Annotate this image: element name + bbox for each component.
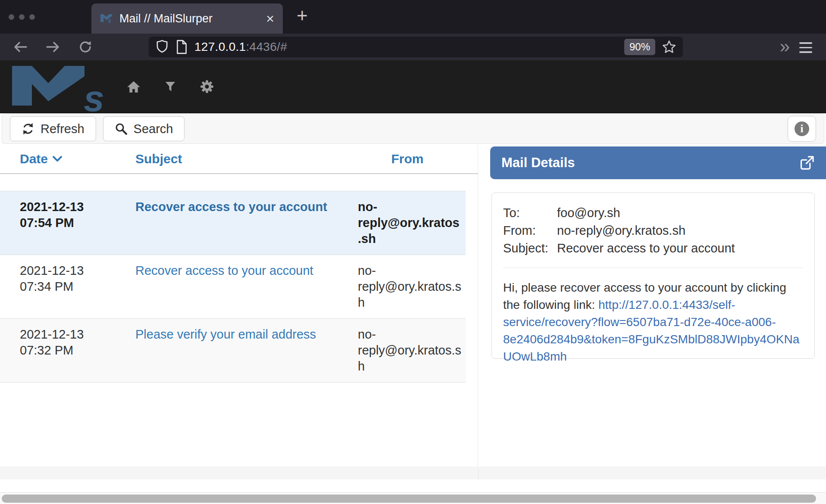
mail-subject-link[interactable]: Please verify your email address	[135, 327, 316, 341]
divider	[503, 268, 803, 268]
shield-icon[interactable]	[156, 40, 169, 54]
favicon-mailslurper-icon: s	[100, 14, 113, 23]
from-label: From:	[503, 222, 557, 240]
footer-strip	[0, 468, 826, 479]
mail-date: 2021-12-13 07:54 PM	[0, 199, 121, 247]
new-tab-button[interactable]: +	[297, 5, 308, 26]
from-value: no-reply@ory.kratos.sh	[557, 222, 803, 240]
url-bar[interactable]: 127.0.0.1:4436/# 90%	[149, 37, 683, 57]
mail-row-selected[interactable]: 2021-12-13 07:54 PM Recover access to yo…	[0, 191, 466, 255]
mail-details-title: Mail Details	[501, 155, 799, 171]
search-label: Search	[134, 122, 173, 136]
tab-title: Mail // MailSlurper	[119, 12, 266, 25]
reload-icon[interactable]	[78, 40, 93, 54]
mail-date: 2021-12-13 07:32 PM	[0, 327, 121, 374]
subject-value: Recover access to your account	[557, 240, 803, 257]
page-info-icon[interactable]	[175, 40, 188, 54]
browser-toolbar: 127.0.0.1:4436/# 90% »	[0, 34, 826, 60]
sort-chevron-down-icon	[52, 156, 63, 162]
url-path: :4436/#	[246, 40, 287, 53]
column-header-subject: Subject	[121, 152, 349, 166]
home-icon[interactable]	[127, 80, 141, 93]
browser-tab[interactable]: s Mail // MailSlurper ×	[91, 3, 283, 34]
mail-details-header: Mail Details	[490, 146, 826, 179]
mail-meta: To: foo@ory.sh From: no-reply@ory.kratos…	[503, 204, 803, 257]
forward-icon[interactable]	[45, 40, 60, 54]
mail-subject-link[interactable]: Recover access to your account	[135, 200, 327, 214]
mail-list-body: 2021-12-13 07:54 PM Recover access to yo…	[0, 191, 466, 383]
search-button[interactable]: Search	[103, 116, 185, 141]
search-icon	[115, 122, 128, 135]
url-host: 127.0.0.1	[194, 40, 246, 53]
mail-list-pane: Date Subject From 2021-12-13 07:54 PM Re…	[0, 145, 478, 467]
mail-subject-link[interactable]: Recover access to your account	[135, 264, 313, 277]
subject-label: Subject:	[503, 240, 557, 257]
to-value: foo@ory.sh	[557, 204, 803, 222]
window-control-dot[interactable]	[29, 14, 35, 20]
mail-list-header: Date Subject From	[0, 145, 478, 174]
refresh-icon	[22, 122, 34, 135]
logo-m-mark	[12, 66, 86, 107]
tab-bar: s Mail // MailSlurper × +	[0, 0, 826, 34]
back-icon[interactable]	[13, 40, 28, 54]
mail-from: no-reply@ory.kratos.sh	[349, 199, 466, 247]
mail-body: Hi, please recover access to your accoun…	[503, 279, 803, 365]
mail-details-card: To: foo@ory.sh From: no-reply@ory.kratos…	[491, 193, 815, 359]
zoom-level-badge[interactable]: 90%	[624, 39, 655, 55]
bookmark-star-icon[interactable]	[662, 40, 676, 54]
info-button[interactable]: i	[788, 116, 816, 142]
tab-close-icon[interactable]: ×	[266, 12, 274, 25]
logo-s: s	[84, 83, 104, 113]
mail-date: 2021-12-13 07:34 PM	[0, 263, 121, 311]
window-control-dot[interactable]	[9, 14, 14, 20]
window-control-dot[interactable]	[19, 14, 25, 20]
svg-text:s: s	[108, 17, 111, 23]
filter-icon[interactable]	[165, 81, 176, 92]
refresh-label: Refresh	[41, 122, 84, 136]
browser-window: s Mail // MailSlurper × +	[0, 0, 826, 504]
mail-row[interactable]: 2021-12-13 07:34 PM Recover access to yo…	[0, 255, 466, 319]
gear-icon[interactable]	[200, 80, 214, 93]
mailslurper-logo: s	[12, 66, 104, 107]
url-text[interactable]: 127.0.0.1:4436/#	[194, 40, 287, 54]
to-label: To:	[503, 204, 557, 222]
app-navbar: s	[0, 60, 826, 113]
info-icon: i	[795, 121, 809, 136]
mail-details-pane: Mail Details To: foo@ory.sh From: no-rep…	[479, 145, 826, 467]
footer-strip	[0, 479, 826, 493]
toolbar-overflow-icon[interactable]: »	[780, 36, 790, 57]
mail-from: no-reply@ory.kratos.sh	[349, 263, 466, 311]
window-controls[interactable]	[9, 14, 35, 20]
column-header-from: From	[349, 152, 466, 166]
open-external-icon[interactable]	[799, 155, 815, 171]
menu-icon[interactable]	[799, 42, 812, 53]
refresh-button[interactable]: Refresh	[10, 116, 96, 141]
action-toolbar: Refresh Search i	[2, 114, 824, 144]
horizontal-scrollbar-thumb[interactable]	[2, 495, 816, 503]
mail-from: no-reply@ory.kratos.sh	[349, 327, 466, 374]
column-header-date[interactable]: Date	[0, 152, 121, 166]
mail-row[interactable]: 2021-12-13 07:32 PM Please verify your e…	[0, 319, 466, 383]
